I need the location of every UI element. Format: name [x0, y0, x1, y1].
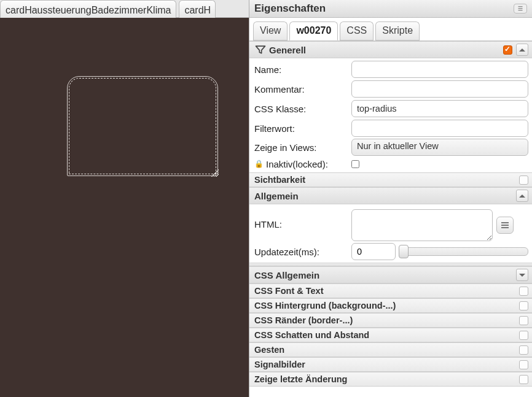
input-name[interactable]: [351, 61, 528, 78]
lock-icon: 🔒: [254, 160, 264, 168]
label-name: Name:: [254, 64, 351, 75]
panel-title: Eigenschaften: [254, 2, 326, 15]
section-title-gesten: Gesten: [254, 345, 284, 355]
section-title-generell: Generell: [269, 45, 306, 55]
section-check-css-shadow[interactable]: [519, 331, 528, 340]
view-tabs: cardHaussteuerungBadezimmerKlima cardH: [0, 0, 249, 18]
section-check-css-font[interactable]: [519, 287, 528, 296]
panel-title-bar: Eigenschaften ☰: [249, 0, 532, 18]
chevron-up-icon: [519, 195, 525, 198]
section-title-sichtbarkeit: Sichtbarkeit: [254, 175, 305, 185]
select-show-in-views[interactable]: Nur in aktueller View: [351, 139, 528, 156]
input-updatetime[interactable]: [351, 243, 396, 260]
chevron-up-icon: [519, 48, 525, 52]
section-check-sichtbarkeit[interactable]: [519, 175, 528, 185]
section-check-gesten[interactable]: [519, 345, 528, 355]
textarea-html[interactable]: [351, 209, 493, 241]
label-show-in-views: Zeige in Views:: [254, 142, 351, 153]
section-title-css-allgemein: CSS Allgemein: [254, 270, 319, 280]
widget-selection-outline: [69, 78, 216, 174]
section-header-css-font[interactable]: CSS Font & Text: [249, 283, 532, 298]
lines-icon: [501, 222, 509, 228]
chevron-down-icon: [519, 274, 525, 277]
section-header-css-border[interactable]: CSS Ränder (border-...): [249, 313, 532, 328]
input-filterword[interactable]: [351, 120, 528, 137]
slider-updatetime[interactable]: [399, 247, 528, 256]
checkbox-locked[interactable]: [351, 160, 359, 168]
section-header-signal[interactable]: Signalbilder: [249, 357, 532, 372]
selected-widget[interactable]: [67, 76, 218, 176]
section-check-generell[interactable]: [503, 45, 512, 55]
section-check-css-border[interactable]: [519, 316, 528, 325]
label-css-class: CSS Klasse:: [254, 104, 351, 114]
property-tabs: View w00270 CSS Skripte: [249, 18, 532, 41]
tab-card-klima[interactable]: cardHaussteuerungBadezimmerKlima: [0, 0, 176, 18]
label-updatetime: Updatezeit(ms):: [254, 247, 351, 257]
label-comment: Kommentar:: [254, 84, 351, 94]
section-check-css-bg[interactable]: [519, 301, 528, 310]
section-title-allgemein: Allgemein: [254, 191, 299, 201]
section-check-signal[interactable]: [519, 360, 528, 369]
label-filterword: Filterwort:: [254, 123, 351, 134]
input-css-class[interactable]: [351, 100, 528, 117]
slider-handle[interactable]: [399, 245, 409, 258]
section-header-allgemein[interactable]: Allgemein: [249, 187, 532, 204]
section-title-css-font: CSS Font & Text: [254, 286, 324, 296]
section-check-lastchange[interactable]: [519, 375, 528, 384]
panel-drag-handle-icon[interactable]: ☰: [514, 4, 527, 13]
collapse-css-allgemein[interactable]: [516, 269, 528, 281]
section-header-lastchange[interactable]: Zeige letzte Änderung: [249, 372, 532, 387]
tab-css[interactable]: CSS: [340, 21, 374, 40]
section-header-gesten[interactable]: Gesten: [249, 342, 532, 357]
collapse-allgemein[interactable]: [516, 190, 528, 202]
section-header-sichtbarkeit[interactable]: Sichtbarkeit: [249, 172, 532, 187]
section-title-css-border: CSS Ränder (border-...): [254, 315, 353, 325]
tab-view[interactable]: View: [253, 21, 288, 40]
tab-card-other[interactable]: cardH: [179, 0, 216, 18]
expand-html-button[interactable]: [496, 217, 514, 234]
section-header-css-shadow[interactable]: CSS Schatten und Abstand: [249, 328, 532, 342]
collapse-generell[interactable]: [516, 44, 528, 56]
resize-handle-se[interactable]: [211, 169, 219, 177]
section-header-css-bg[interactable]: CSS Hintergrund (background-...): [249, 298, 532, 313]
section-title-signal: Signalbilder: [254, 360, 305, 369]
input-comment[interactable]: [351, 80, 528, 98]
tab-scripts[interactable]: Skripte: [375, 21, 420, 40]
section-title-css-bg: CSS Hintergrund (background-...): [254, 301, 396, 310]
section-title-css-shadow: CSS Schatten und Abstand: [254, 330, 369, 340]
editor-canvas[interactable]: [0, 18, 249, 397]
label-locked: 🔒 Inaktiv(locked):: [254, 159, 351, 169]
tab-widget[interactable]: w00270: [289, 21, 338, 40]
section-title-lastchange: Zeige letzte Änderung: [254, 374, 347, 384]
section-header-generell[interactable]: Generell: [249, 41, 532, 58]
section-header-css-allgemein[interactable]: CSS Allgemein: [249, 266, 532, 283]
filter-icon: [254, 44, 269, 56]
label-html: HTML:: [254, 209, 351, 229]
